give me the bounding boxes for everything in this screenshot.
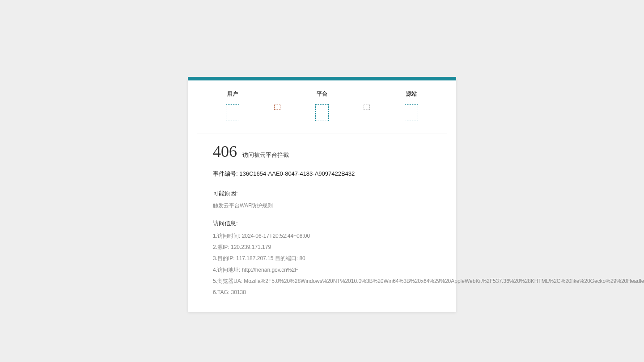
event-id-line: 事件编号: 136C1654-AAE0-8047-4183-A9097422B4…: [213, 170, 431, 178]
diagram-label-platform: 平台: [317, 90, 327, 98]
info-item: 3.目的IP: 117.187.207.15 目的端口: 80: [213, 254, 431, 263]
error-title-row: 406 访问被云平台拦截: [213, 142, 431, 161]
info-title: 访问信息:: [213, 219, 431, 227]
error-message: 访问被云平台拦截: [242, 151, 289, 159]
info-list: 1.访问时间: 2024-06-17T20:52:44+08:00 2.源IP:…: [213, 232, 431, 297]
info-item: 1.访问时间: 2024-06-17T20:52:44+08:00: [213, 232, 431, 240]
arrow-icon: [364, 105, 370, 110]
diagram-label-user: 用户: [227, 90, 238, 98]
event-id-label: 事件编号:: [213, 170, 238, 177]
reason-text: 触发云平台WAF防护规则: [213, 202, 431, 210]
info-item: 5.浏览器UA: Mozilla%2F5.0%20%28Windows%20NT…: [213, 277, 431, 286]
flow-diagram: 用户 平台 源站: [197, 80, 447, 134]
diagram-arrow-1: [259, 90, 295, 110]
user-icon: [226, 104, 239, 121]
error-content: 406 访问被云平台拦截 事件编号: 136C1654-AAE0-8047-41…: [188, 134, 456, 297]
info-item: 4.访问地址: http://henan.gov.cn%2F: [213, 266, 431, 274]
info-item: 2.源IP: 120.239.171.179: [213, 243, 431, 252]
diagram-label-origin: 源站: [406, 90, 417, 98]
reason-title: 可能原因:: [213, 189, 431, 198]
error-card: 用户 平台 源站 406 访问被云平台拦截 事件编号: 136C1654-AAE…: [188, 77, 456, 312]
diagram-arrow-2: [349, 90, 385, 110]
event-id-value: 136C1654-AAE0-8047-4183-A9097422B432: [239, 170, 355, 177]
origin-icon: [405, 104, 418, 121]
platform-icon: [315, 104, 329, 121]
info-item: 6.TAG: 30138: [213, 288, 431, 297]
diagram-node-user: 用户: [206, 90, 259, 121]
diagram-node-platform: 平台: [295, 90, 349, 121]
arrow-icon: [274, 105, 280, 110]
diagram-node-origin: 源站: [385, 90, 438, 121]
error-code: 406: [213, 142, 237, 161]
